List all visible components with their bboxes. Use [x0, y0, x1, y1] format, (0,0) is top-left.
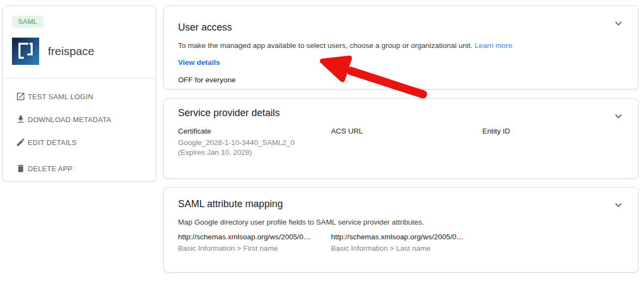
- mapping-field: Basic Information > First name: [178, 244, 311, 252]
- action-label: DELETE APP: [28, 165, 72, 173]
- column-header: Certificate: [178, 127, 295, 135]
- test-saml-login-button[interactable]: TEST SAML LOGIN: [3, 90, 156, 103]
- view-details-link[interactable]: View details: [178, 58, 220, 67]
- chevron-down-icon[interactable]: [612, 17, 625, 30]
- user-access-card: User access To make the managed app avai…: [163, 5, 639, 89]
- mapping-attribute: http://schemas.xmlsoap.org/ws/2005/0…: [178, 233, 311, 241]
- action-label: TEST SAML LOGIN: [28, 93, 93, 101]
- column-header: Entity ID: [482, 127, 510, 135]
- card-title: Service provider details: [178, 107, 280, 119]
- learn-more-link[interactable]: Learn more: [475, 41, 512, 50]
- user-access-description: To make the managed app available to sel…: [178, 41, 473, 50]
- action-label: EDIT DETAILS: [28, 138, 77, 147]
- download-icon: [16, 114, 26, 124]
- service-provider-card: Service provider details Certificate Goo…: [163, 98, 639, 179]
- app-name: freispace: [48, 45, 94, 58]
- freispace-app-icon: [12, 38, 39, 65]
- mapping-item: http://schemas.xmlsoap.org/ws/2005/0… Ba…: [178, 233, 311, 252]
- app-info-card: SAML freispace TEST SAML LOGIN: [2, 5, 156, 182]
- page: SAML freispace TEST SAML LOGIN: [0, 0, 644, 290]
- pencil-icon: [16, 137, 26, 147]
- user-access-status: OFF for everyone: [178, 76, 236, 84]
- delete-app-button[interactable]: DELETE APP: [3, 162, 156, 175]
- certificate-expiry: (Expires Jan 10, 2028): [178, 148, 295, 158]
- download-metadata-button[interactable]: DOWNLOAD METADATA: [3, 113, 156, 126]
- attribute-mapping-description: Map Google directory user profile fields…: [178, 217, 424, 227]
- divider: [3, 78, 156, 78]
- card-title: User access: [178, 22, 232, 33]
- certificate-name: Google_2028-1-10-3440_SAML2_0: [178, 138, 295, 148]
- edit-details-button[interactable]: EDIT DETAILS: [3, 136, 156, 149]
- attribute-mapping-card: SAML attribute mapping Map Google direct…: [163, 187, 639, 273]
- trash-icon: [16, 164, 26, 173]
- action-label: DOWNLOAD METADATA: [28, 116, 111, 124]
- mapping-field: Basic Information > Last name: [331, 244, 464, 252]
- saml-badge: SAML: [12, 16, 44, 28]
- column-header: ACS URL: [331, 127, 363, 135]
- card-title: SAML attribute mapping: [178, 198, 283, 210]
- chevron-down-icon[interactable]: [612, 198, 625, 212]
- mapping-item: http://schemas.xmlsoap.org/ws/2005/0… Ba…: [331, 233, 464, 252]
- acs-url-column: ACS URL: [331, 127, 363, 135]
- chevron-down-icon[interactable]: [612, 110, 625, 123]
- entity-id-column: Entity ID: [482, 127, 510, 135]
- open-in-new-icon: [16, 92, 26, 101]
- mapping-attribute: http://schemas.xmlsoap.org/ws/2005/0…: [331, 233, 464, 241]
- certificate-column: Certificate Google_2028-1-10-3440_SAML2_…: [178, 127, 295, 158]
